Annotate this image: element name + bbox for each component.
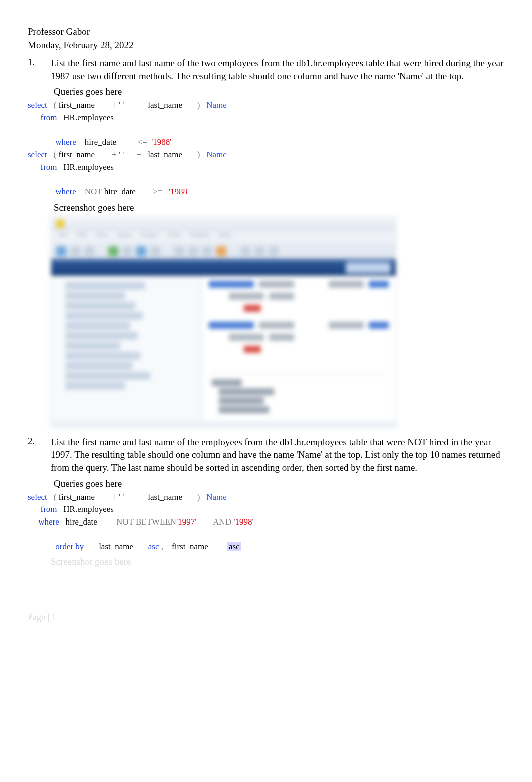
code-line: from HR.employees bbox=[28, 161, 504, 174]
code-line: select ( first_name + ' ' + last_name ) … bbox=[28, 491, 504, 504]
code-line: from HR.employees bbox=[28, 112, 504, 124]
question-body: List the first name and last name of the… bbox=[51, 436, 504, 567]
question-number: 2. bbox=[28, 436, 51, 447]
embedded-screenshot: FileEditViewQueryProjectToolsWindowHelp bbox=[51, 216, 396, 428]
code-line: where NOT hire_date >= '1988' bbox=[28, 186, 504, 198]
page-footer: Page | 1 bbox=[28, 612, 504, 623]
question-text: List the first name and last name of the… bbox=[51, 57, 504, 82]
code-line: where hire_date NOT BETWEEN'1997' AND '1… bbox=[28, 516, 504, 529]
question-number: 1. bbox=[28, 57, 51, 68]
question-body: List the first name and last name of the… bbox=[51, 57, 504, 432]
screenshot-label: Screenshot goes here bbox=[54, 202, 504, 213]
code-line: from HR.employees bbox=[28, 503, 504, 516]
professor-name: Professor Gabor bbox=[28, 25, 504, 39]
document-date: Monday, February 28, 2022 bbox=[28, 39, 504, 52]
code-line bbox=[28, 528, 504, 541]
screenshot-label-faint: Screenshot goes here bbox=[51, 556, 504, 567]
question-text: List the first name and last name of the… bbox=[51, 436, 504, 474]
code-line bbox=[28, 173, 504, 186]
queries-label: Queries goes here bbox=[54, 478, 504, 489]
code-line: order by last_name asc , first_name asc bbox=[28, 541, 504, 553]
code-line: where hire_date <= '1988' bbox=[28, 136, 504, 149]
questions-container: 1. List the first name and last name of … bbox=[28, 57, 504, 567]
question-2: 2. List the first name and last name of … bbox=[28, 436, 504, 567]
code-line bbox=[28, 124, 504, 137]
sql-code-block: select ( first_name + ' ' + last_name ) … bbox=[28, 491, 504, 553]
question-1: 1. List the first name and last name of … bbox=[28, 57, 504, 432]
code-line: select ( first_name + ' ' + last_name ) … bbox=[28, 149, 504, 161]
code-line: select ( first_name + ' ' + last_name ) … bbox=[28, 99, 504, 112]
queries-label: Queries goes here bbox=[54, 86, 504, 97]
sql-code-block: select ( first_name + ' ' + last_name ) … bbox=[28, 99, 504, 198]
